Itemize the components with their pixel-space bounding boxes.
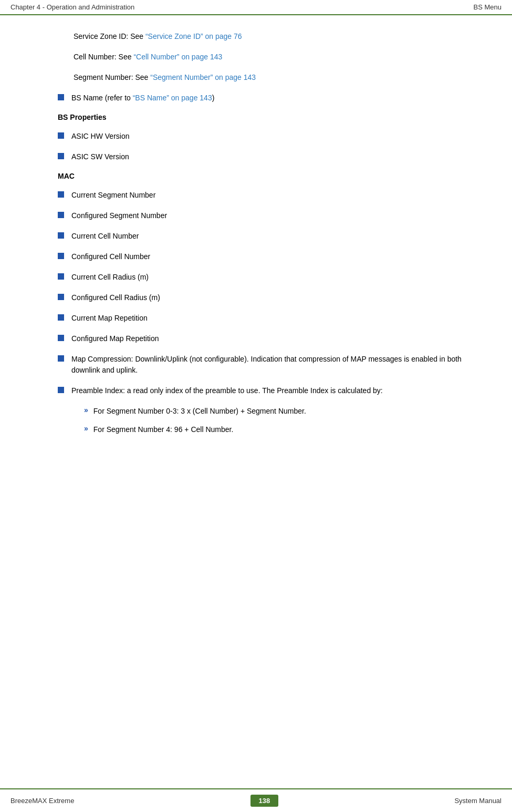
current-map-repetition-text: Current Map Repetition <box>71 313 480 324</box>
segment-number-label: Segment Number: See <box>74 73 150 81</box>
footer-product-name: BreezeMAX Extreme <box>11 797 74 805</box>
current-map-repetition-bullet: Current Map Repetition <box>58 313 480 324</box>
segment-number-link[interactable]: “Segment Number” on page 143 <box>150 73 256 81</box>
configured-cell-number-text: Configured Cell Number <box>71 251 480 262</box>
bullet-square-icon <box>58 387 64 393</box>
bullet-square-icon <box>58 132 64 139</box>
sub-bullet-segment-0-3: » For Segment Number 0-3: 3 x (Cell Numb… <box>84 406 480 417</box>
configured-segment-number-text: Configured Segment Number <box>71 210 480 221</box>
bullet-square-icon <box>58 273 64 280</box>
header-section: BS Menu <box>474 3 501 11</box>
service-zone-id-link[interactable]: “Service Zone ID” on page 76 <box>145 32 242 40</box>
indent-block: Service Zone ID: See “Service Zone ID” o… <box>74 31 480 83</box>
map-compression-bullet: Map Compression: Downlink/Uplink (not co… <box>58 354 480 376</box>
bs-name-before: BS Name (refer to <box>71 94 133 102</box>
page-number: 138 <box>250 795 279 807</box>
page-header: Chapter 4 - Operation and Administration… <box>0 0 512 15</box>
arrow-icon: » <box>84 406 88 414</box>
bs-name-after: ) <box>212 94 215 102</box>
current-cell-radius-text: Current Cell Radius (m) <box>71 272 480 283</box>
sub-bullet-segment-4: » For Segment Number 4: 96 + Cell Number… <box>84 424 480 435</box>
preamble-index-text: Preamble Index: a read only index of the… <box>71 385 480 396</box>
bullet-square-icon <box>58 153 64 159</box>
configured-cell-number-bullet: Configured Cell Number <box>58 251 480 262</box>
current-cell-number-bullet: Current Cell Number <box>58 231 480 242</box>
asic-sw-version-bullet: ASIC SW Version <box>58 151 480 162</box>
current-cell-radius-bullet: Current Cell Radius (m) <box>58 272 480 283</box>
sub-bullet-segment-0-3-text: For Segment Number 0-3: 3 x (Cell Number… <box>93 406 306 417</box>
bullet-square-icon <box>58 314 64 321</box>
asic-sw-version-text: ASIC SW Version <box>71 151 480 162</box>
current-segment-number-text: Current Segment Number <box>71 190 480 201</box>
cell-number-line: Cell Number: See “Cell Number” on page 1… <box>74 52 480 63</box>
service-zone-id-line: Service Zone ID: See “Service Zone ID” o… <box>74 31 480 42</box>
configured-map-repetition-bullet: Configured Map Repetition <box>58 333 480 344</box>
bullet-square-icon <box>58 191 64 198</box>
bs-properties-heading: BS Properties <box>58 113 480 121</box>
cell-number-link[interactable]: “Cell Number” on page 143 <box>133 53 222 61</box>
footer-manual-name: System Manual <box>454 797 501 805</box>
current-cell-number-text: Current Cell Number <box>71 231 480 242</box>
page-content: Service Zone ID: See “Service Zone ID” o… <box>0 15 512 485</box>
asic-hw-version-text: ASIC HW Version <box>71 131 480 142</box>
bullet-square-icon <box>58 294 64 300</box>
current-segment-number-bullet: Current Segment Number <box>58 190 480 201</box>
bs-name-text: BS Name (refer to “BS Name” on page 143) <box>71 92 480 104</box>
bs-name-bullet: BS Name (refer to “BS Name” on page 143) <box>58 92 480 104</box>
configured-segment-number-bullet: Configured Segment Number <box>58 210 480 221</box>
bullet-square-icon <box>58 232 64 239</box>
page-footer: BreezeMAX Extreme 138 System Manual <box>0 788 512 812</box>
bs-name-link[interactable]: “BS Name” on page 143 <box>133 94 212 102</box>
segment-number-line: Segment Number: See “Segment Number” on … <box>74 72 480 83</box>
header-chapter: Chapter 4 - Operation and Administration <box>11 3 134 11</box>
bullet-square-icon <box>58 212 64 218</box>
bullet-square-icon <box>58 94 64 100</box>
configured-map-repetition-text: Configured Map Repetition <box>71 333 480 344</box>
bullet-square-icon <box>58 355 64 362</box>
sub-bullet-segment-4-text: For Segment Number 4: 96 + Cell Number. <box>93 424 234 435</box>
mac-heading: MAC <box>58 172 480 180</box>
configured-cell-radius-text: Configured Cell Radius (m) <box>71 292 480 303</box>
service-zone-id-label: Service Zone ID: See <box>74 32 145 40</box>
configured-cell-radius-bullet: Configured Cell Radius (m) <box>58 292 480 303</box>
preamble-index-bullet: Preamble Index: a read only index of the… <box>58 385 480 396</box>
bullet-square-icon <box>58 335 64 341</box>
asic-hw-version-bullet: ASIC HW Version <box>58 131 480 142</box>
bullet-square-icon <box>58 253 64 259</box>
arrow-icon: » <box>84 424 88 433</box>
map-compression-text: Map Compression: Downlink/Uplink (not co… <box>71 354 480 376</box>
cell-number-label: Cell Number: See <box>74 53 133 61</box>
